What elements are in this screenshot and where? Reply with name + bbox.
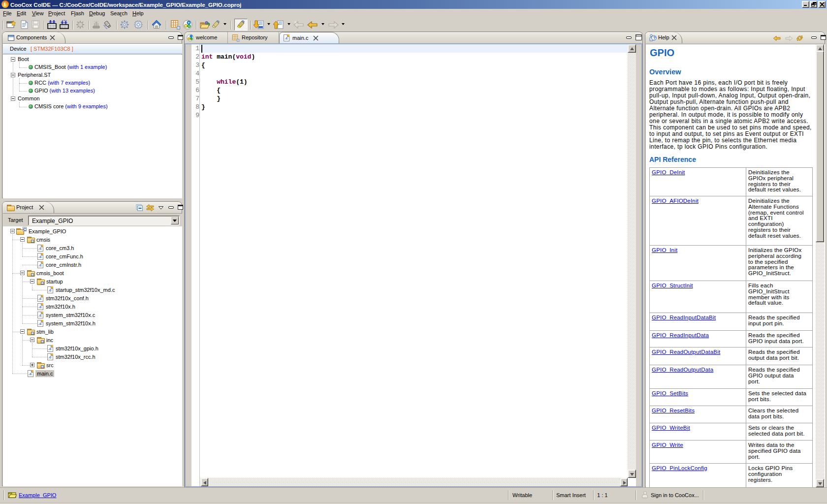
svg-text:?: ?: [653, 35, 656, 40]
